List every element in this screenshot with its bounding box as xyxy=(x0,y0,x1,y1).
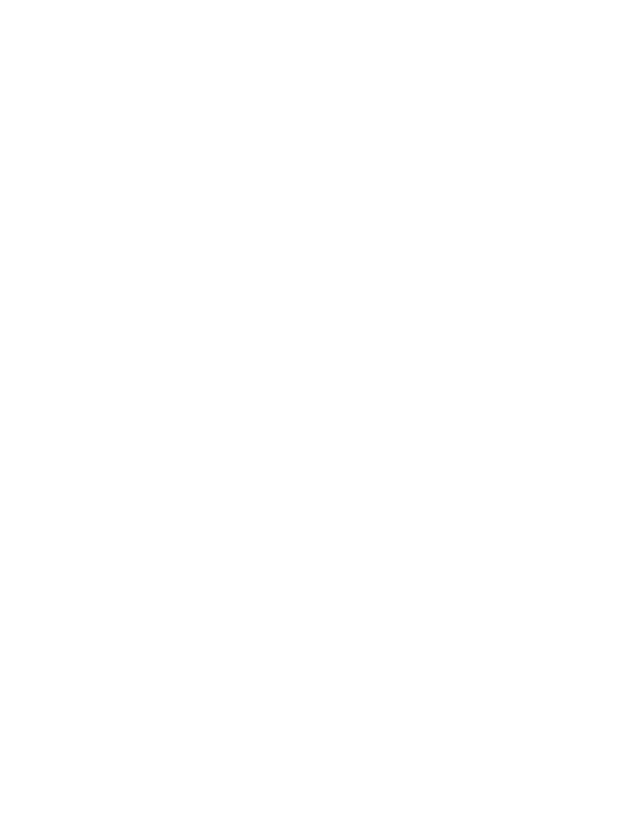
page xyxy=(0,0,644,834)
page-footer xyxy=(88,796,102,807)
